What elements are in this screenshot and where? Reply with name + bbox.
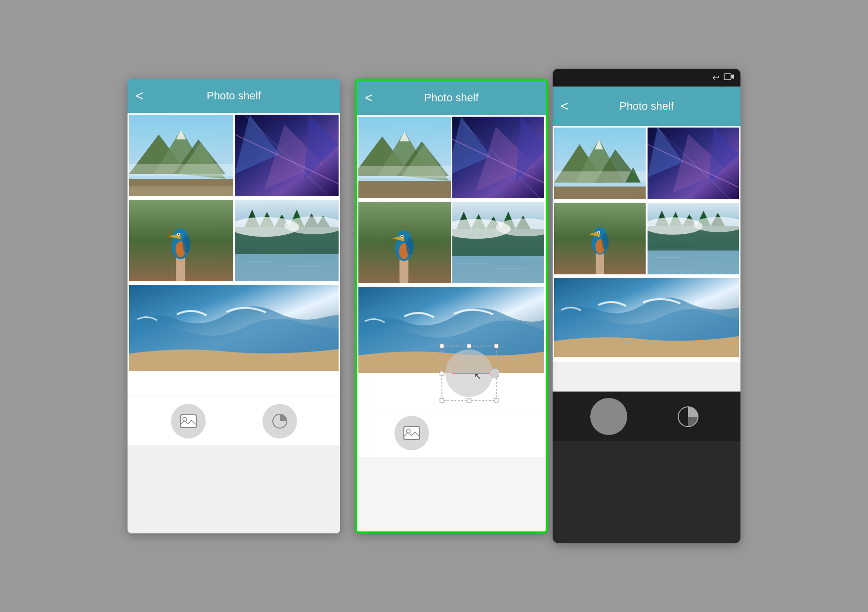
svg-rect-8 (129, 186, 233, 196)
middle-header: < Photo shelf (357, 81, 546, 115)
selection-svg: ↖ (439, 344, 499, 403)
left-back-button[interactable]: < (135, 88, 143, 104)
middle-image-icon (403, 426, 421, 440)
right-chart-icon (676, 405, 700, 429)
screens-container: < Photo shelf (0, 0, 868, 612)
middle-grid-row-1 (358, 117, 544, 200)
svg-point-90 (490, 368, 499, 378)
middle-bottom-bar (357, 408, 546, 457)
right-chart-button[interactable] (673, 402, 703, 432)
svg-point-117 (602, 233, 608, 250)
left-bottom-bar (128, 396, 340, 445)
svg-rect-48 (358, 166, 451, 178)
video-icon[interactable] (724, 73, 735, 83)
right-photo-ocean[interactable] (554, 278, 739, 359)
right-grid-row-2 (554, 203, 739, 276)
middle-photo-lake[interactable] (452, 202, 545, 285)
svg-text:↖: ↖ (474, 371, 481, 381)
left-photo-mountain[interactable] (129, 115, 233, 198)
middle-photo-abstract[interactable] (452, 117, 545, 200)
svg-rect-74 (452, 256, 545, 283)
svg-rect-110 (596, 252, 604, 274)
svg-rect-101 (554, 186, 646, 199)
right-header: < Photo shelf (553, 87, 740, 126)
left-chart-icon (271, 412, 289, 430)
right-photo-abstract[interactable] (648, 128, 739, 201)
svg-point-64 (406, 237, 414, 255)
svg-rect-81 (494, 344, 498, 348)
left-photo-lake[interactable] (235, 200, 339, 283)
left-header: < Photo shelf (128, 79, 340, 113)
left-photo-abstract[interactable] (235, 115, 339, 198)
left-empty-space (128, 376, 340, 396)
right-topbar: ↩ (553, 69, 740, 87)
left-grid-row-3 (129, 285, 339, 373)
svg-rect-79 (440, 344, 444, 348)
right-bottom-bar (553, 392, 740, 441)
right-header-title: Photo shelf (619, 100, 674, 113)
right-photo-kingfisher[interactable] (554, 203, 646, 276)
right-empty-space (553, 362, 740, 392)
svg-rect-93 (724, 74, 731, 80)
svg-point-22 (178, 233, 179, 235)
left-photo-grid (128, 113, 340, 376)
left-photo-kingfisher[interactable] (129, 200, 233, 283)
svg-rect-86 (494, 398, 498, 402)
right-grid-row-3 (554, 278, 739, 359)
svg-marker-94 (731, 74, 734, 79)
left-image-icon (179, 414, 197, 429)
left-grid-row-1 (129, 115, 339, 198)
right-back-button[interactable]: < (561, 98, 568, 114)
phone-right: ↩ < Photo shelf (553, 69, 740, 543)
left-chart-button[interactable] (262, 404, 297, 438)
video-camera-icon (724, 73, 735, 81)
svg-rect-34 (235, 254, 339, 281)
phone-left: < Photo shelf (128, 79, 340, 533)
middle-photo-kingfisher[interactable] (358, 202, 451, 285)
middle-selection-widget[interactable]: ↖ (439, 344, 499, 403)
right-circle-button[interactable] (590, 398, 627, 435)
middle-photo-grid (357, 115, 546, 378)
left-photo-ocean[interactable] (129, 285, 339, 373)
undo-icon[interactable]: ↩ (712, 72, 720, 83)
middle-empty-btn (474, 416, 509, 450)
middle-header-title: Photo shelf (424, 91, 478, 104)
right-photo-mountain[interactable] (554, 128, 646, 201)
middle-empty-space: ↖ (357, 378, 546, 408)
middle-grid-row-2 (358, 202, 544, 285)
svg-rect-84 (440, 398, 444, 402)
svg-point-63 (401, 236, 403, 237)
right-photo-lake[interactable] (648, 203, 739, 276)
svg-rect-6 (129, 164, 233, 176)
svg-rect-49 (358, 181, 451, 198)
svg-point-23 (182, 235, 190, 253)
right-photo-grid (553, 126, 740, 362)
left-grid-row-2 (129, 200, 339, 283)
right-grid-row-1 (554, 128, 739, 201)
middle-photo-mountain[interactable] (358, 117, 451, 200)
left-image-button[interactable] (171, 404, 206, 438)
svg-rect-39 (180, 415, 196, 428)
svg-rect-91 (404, 427, 420, 439)
middle-image-button[interactable] (394, 416, 429, 450)
svg-rect-85 (467, 398, 471, 402)
svg-rect-82 (440, 371, 444, 375)
svg-rect-80 (467, 344, 471, 348)
svg-point-116 (598, 231, 599, 232)
middle-back-button[interactable]: < (365, 90, 373, 106)
left-header-title: Photo shelf (207, 89, 261, 102)
phone-middle: < Photo shelf (355, 79, 548, 533)
